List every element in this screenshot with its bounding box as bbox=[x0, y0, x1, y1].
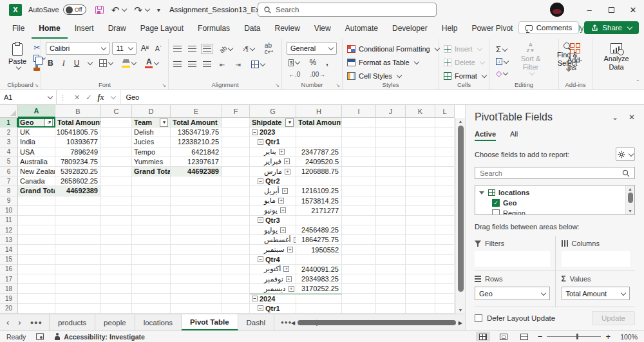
cell-F9[interactable] bbox=[222, 196, 250, 206]
horizontal-scrollbar[interactable]: ◀ ▶ bbox=[291, 319, 462, 327]
scroll-left-icon[interactable]: ◀ bbox=[291, 320, 295, 326]
row-header-2[interactable]: 2 bbox=[0, 128, 18, 137]
cell-H8[interactable]: 1216109.25 bbox=[296, 186, 342, 196]
cell-F17[interactable] bbox=[222, 274, 250, 284]
cell-styles-button[interactable]: Cell Styles bbox=[347, 70, 439, 82]
cell-E10[interactable] bbox=[171, 206, 222, 216]
cell-G11[interactable]: −Qtr3 bbox=[250, 216, 296, 225]
cell-I10[interactable] bbox=[342, 206, 376, 216]
pane-tab-active[interactable]: Active bbox=[475, 130, 496, 141]
sheet-tab-dashl[interactable]: Dashl bbox=[238, 314, 274, 330]
conditional-formatting-button[interactable]: Conditional Formatting bbox=[347, 43, 439, 55]
columns-area[interactable]: Columns bbox=[555, 236, 636, 271]
field-item-region[interactable]: Region bbox=[479, 208, 624, 215]
decrease-decimal-button[interactable]: .00→ bbox=[308, 70, 327, 79]
update-button[interactable]: Update bbox=[592, 311, 635, 325]
cell-I8[interactable] bbox=[342, 186, 376, 196]
cell-E6[interactable]: 44692389 bbox=[171, 167, 222, 176]
collapse-icon[interactable]: − bbox=[258, 139, 263, 145]
cell-H15[interactable] bbox=[296, 255, 342, 265]
pane-close-icon[interactable]: ✕ bbox=[629, 113, 635, 122]
cell-L2[interactable] bbox=[435, 128, 455, 137]
cell-B1[interactable]: Total Amount bbox=[55, 118, 101, 128]
ribbon-tab-help[interactable]: Help bbox=[435, 20, 465, 39]
number-dialog-launcher[interactable]: ↘ bbox=[336, 82, 340, 88]
cell-K10[interactable] bbox=[406, 206, 435, 216]
cell-D7[interactable] bbox=[132, 176, 171, 186]
excel-logo-icon[interactable]: X bbox=[9, 4, 22, 16]
cell-B2[interactable]: 10541805.75 bbox=[55, 128, 101, 137]
collapse-ribbon-button[interactable]: ˆ bbox=[637, 80, 639, 87]
font-dialog-launcher[interactable]: ↘ bbox=[162, 82, 166, 88]
cell-A18[interactable] bbox=[18, 284, 55, 294]
expand-icon[interactable]: + bbox=[280, 227, 286, 233]
sort-filter-icon[interactable]: ↓▾ bbox=[44, 119, 53, 127]
cell-A16[interactable] bbox=[18, 265, 55, 274]
cell-L11[interactable] bbox=[435, 216, 455, 225]
columns-dropzone[interactable] bbox=[562, 251, 630, 267]
cell-F18[interactable] bbox=[222, 284, 250, 294]
expand-icon[interactable]: + bbox=[284, 158, 290, 164]
fields-scrollbar[interactable]: ▲ ▼ bbox=[625, 185, 634, 214]
cell-L20[interactable] bbox=[435, 304, 455, 314]
cell-E2[interactable]: 13534719.75 bbox=[171, 128, 222, 137]
cell-A10[interactable] bbox=[18, 206, 55, 216]
cell-F3[interactable] bbox=[222, 137, 250, 147]
ribbon-tab-formulas[interactable]: Formulas bbox=[191, 20, 237, 39]
cell-K5[interactable] bbox=[406, 157, 435, 167]
cell-F10[interactable] bbox=[222, 206, 250, 216]
comments-button[interactable]: Comments bbox=[518, 21, 580, 34]
cell-G20[interactable]: −Qtr1 bbox=[250, 304, 296, 314]
cell-F13[interactable] bbox=[222, 235, 250, 245]
orientation-button[interactable]: ab bbox=[218, 45, 234, 53]
expand-icon[interactable]: + bbox=[285, 169, 290, 175]
zoom-in-button[interactable]: + bbox=[605, 332, 611, 341]
cell-E8[interactable] bbox=[171, 186, 222, 196]
sheet-tab-locations[interactable]: locations bbox=[135, 314, 182, 330]
row-header-7[interactable]: 7 bbox=[0, 176, 18, 186]
row-header-20[interactable]: 20 bbox=[0, 304, 18, 314]
ribbon-tab-file[interactable]: File bbox=[5, 20, 32, 39]
page-break-view-button[interactable] bbox=[517, 332, 531, 341]
cell-G8[interactable]: أبريل+ bbox=[250, 186, 296, 196]
cell-F4[interactable] bbox=[222, 147, 250, 157]
cell-E14[interactable] bbox=[171, 245, 222, 254]
cell-D8[interactable] bbox=[132, 186, 171, 196]
cell-J10[interactable] bbox=[376, 206, 406, 216]
customize-qat-button[interactable]: ▾ bbox=[157, 6, 160, 14]
decrease-font-button[interactable]: Aʹ bbox=[153, 44, 164, 53]
cell-B19[interactable] bbox=[55, 294, 101, 303]
fields-scroll-up-icon[interactable]: ▲ bbox=[628, 187, 632, 191]
ribbon-tab-home[interactable]: Home bbox=[32, 20, 67, 39]
cell-A17[interactable] bbox=[18, 274, 55, 284]
cell-B12[interactable] bbox=[55, 225, 101, 235]
row-header-15[interactable]: 15 bbox=[0, 255, 18, 265]
increase-indent-button[interactable]: ⇥ bbox=[233, 61, 242, 69]
page-layout-view-button[interactable] bbox=[497, 332, 511, 341]
cell-L6[interactable] bbox=[435, 167, 455, 176]
column-header-K[interactable]: K bbox=[406, 105, 435, 118]
align-middle-button[interactable] bbox=[188, 46, 196, 52]
field-item-geo[interactable]: ✓Geo bbox=[479, 198, 624, 208]
tools-button[interactable] bbox=[616, 147, 635, 161]
cell-J18[interactable] bbox=[376, 284, 406, 294]
cell-I3[interactable] bbox=[342, 137, 376, 147]
italic-button[interactable]: I bbox=[61, 58, 67, 69]
increase-decimal-button[interactable]: ←.0 bbox=[287, 70, 302, 79]
cell-K9[interactable] bbox=[406, 196, 435, 206]
sheet-nav-left-icon[interactable]: ‹ bbox=[6, 318, 9, 327]
font-size-select[interactable]: 11 bbox=[112, 42, 136, 55]
comma-style-button[interactable]: , bbox=[324, 57, 330, 68]
cell-K13[interactable] bbox=[406, 235, 435, 245]
fields-scroll-down-icon[interactable]: ▼ bbox=[628, 209, 632, 213]
cell-D12[interactable] bbox=[132, 225, 171, 235]
cell-I5[interactable] bbox=[342, 157, 376, 167]
formula-content[interactable]: Geo bbox=[121, 90, 644, 104]
cell-D17[interactable] bbox=[132, 274, 171, 284]
borders-button[interactable] bbox=[97, 59, 115, 68]
cell-L18[interactable] bbox=[435, 284, 455, 294]
cell-J2[interactable] bbox=[376, 128, 406, 137]
row-header-12[interactable]: 12 bbox=[0, 225, 18, 235]
cell-J20[interactable] bbox=[376, 304, 406, 314]
cell-H11[interactable] bbox=[296, 216, 342, 225]
